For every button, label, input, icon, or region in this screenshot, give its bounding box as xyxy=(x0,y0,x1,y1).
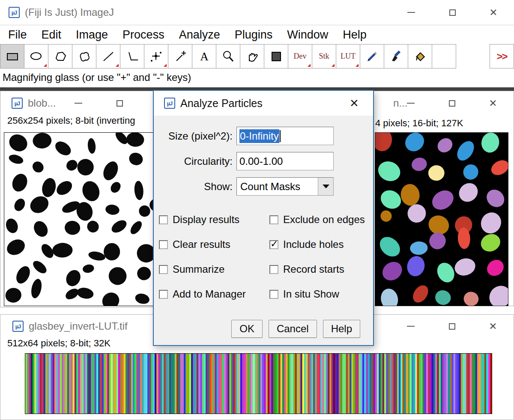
help-button[interactable]: Help xyxy=(323,320,360,338)
tool-bar: A Dev Stk LUT xyxy=(0,44,514,69)
pencil-tool[interactable] xyxy=(360,44,384,69)
maximize-button[interactable] xyxy=(432,0,473,24)
cancel-button[interactable]: Cancel xyxy=(269,320,317,338)
angle-icon xyxy=(125,49,140,64)
menu-analyze[interactable]: Analyze xyxy=(172,25,227,44)
show-row: Show: Count Masks xyxy=(159,177,366,196)
maximize-button[interactable] xyxy=(99,91,140,115)
option-summarize: Summarize xyxy=(159,263,269,275)
checkbox-record-starts[interactable] xyxy=(269,265,278,274)
show-dropdown-value: Count Masks xyxy=(237,178,318,195)
masks-image-info: 4 pixels; 16-bit; 127K xyxy=(375,118,463,129)
menu-process[interactable]: Process xyxy=(115,25,172,44)
more-tools-label: >> xyxy=(496,51,507,63)
checkbox-add-to-manager[interactable] xyxy=(159,290,168,299)
ok-button[interactable]: OK xyxy=(231,320,263,338)
main-window-controls xyxy=(391,0,514,24)
checkbox-exclude-on-edges[interactable] xyxy=(269,215,278,224)
dialog-close-icon[interactable] xyxy=(346,95,363,112)
menu-image[interactable]: Image xyxy=(69,25,115,44)
close-button[interactable] xyxy=(472,314,514,338)
blobs-window-title: blob... xyxy=(28,97,56,109)
color-picker-tool[interactable] xyxy=(264,44,288,69)
close-button[interactable] xyxy=(473,0,514,24)
chevron-down-icon xyxy=(323,185,329,188)
minimize-button[interactable] xyxy=(58,91,99,115)
hand-tool[interactable] xyxy=(240,44,264,69)
polygon-icon xyxy=(53,49,68,64)
checkbox-in-situ-show[interactable] xyxy=(269,290,278,299)
wand-tool[interactable] xyxy=(168,44,192,69)
checkbox-summarize[interactable] xyxy=(159,265,168,274)
imagej-logo-icon xyxy=(12,321,24,332)
option-in-situ-show: In situ Show xyxy=(269,288,366,300)
size-label: Size (pixel^2): xyxy=(159,130,233,142)
polygon-tool[interactable] xyxy=(48,44,72,69)
option-exclude-on-edges: Exclude on edges xyxy=(269,214,366,226)
minimize-button[interactable] xyxy=(390,91,431,115)
minimize-button[interactable] xyxy=(390,314,431,338)
line-tool[interactable] xyxy=(96,44,120,69)
oval-tool[interactable] xyxy=(24,44,48,69)
status-bar: Magnifying glass (or use "+" and "-" key… xyxy=(0,69,514,86)
dev-menu-tool[interactable]: Dev xyxy=(288,44,312,69)
menu-window[interactable]: Window xyxy=(280,25,335,44)
rectangle-tool[interactable] xyxy=(0,44,24,69)
tool-menu-indicator xyxy=(308,64,311,67)
lut-image-canvas[interactable] xyxy=(25,353,492,414)
imagej-logo-icon xyxy=(12,98,23,109)
stk-menu-tool[interactable]: Stk xyxy=(312,44,336,69)
maximize-button[interactable] xyxy=(431,91,472,115)
checkbox-clear-results[interactable] xyxy=(159,240,168,249)
point-tool[interactable] xyxy=(144,44,168,69)
dialog-title: Analyze Particles xyxy=(180,97,263,110)
angle-tool[interactable] xyxy=(120,44,144,69)
dropdown-arrow-button[interactable] xyxy=(318,178,333,195)
minimize-button[interactable] xyxy=(391,0,432,24)
more-tools-button[interactable]: >> xyxy=(490,44,514,69)
brush-tool[interactable] xyxy=(384,44,408,69)
dialog-titlebar: Analyze Particles xyxy=(154,91,373,116)
stk-label: Stk xyxy=(319,52,329,61)
lut-menu-tool[interactable]: LUT xyxy=(336,44,360,69)
rectangle-icon xyxy=(5,49,20,64)
circularity-input[interactable]: 0.00-1.00 xyxy=(236,152,334,170)
dev-label: Dev xyxy=(294,52,307,61)
color-swatch-icon xyxy=(269,49,284,64)
menu-file[interactable]: File xyxy=(1,25,34,44)
close-button[interactable] xyxy=(472,91,514,115)
option-label: In situ Show xyxy=(283,288,339,300)
checkmark-icon xyxy=(270,238,278,250)
circularity-row: Circularity: 0.00-1.00 xyxy=(159,152,366,170)
hand-icon xyxy=(245,49,260,64)
flood-fill-tool[interactable] xyxy=(408,44,432,69)
freehand-tool[interactable] xyxy=(72,44,96,69)
option-add-to-manager: Add to Manager xyxy=(159,288,269,300)
line-icon xyxy=(101,49,116,64)
show-dropdown[interactable]: Count Masks xyxy=(236,177,334,196)
imagej-main-window: (Fiji Is Just) ImageJ File Edit Image Pr… xyxy=(0,0,514,87)
show-label: Show: xyxy=(159,181,233,193)
menu-edit[interactable]: Edit xyxy=(34,25,69,44)
checkbox-include-holes[interactable] xyxy=(269,240,278,249)
imagej-logo-icon xyxy=(164,98,175,109)
option-record-starts: Record starts xyxy=(269,263,366,275)
dialog-body: Size (pixel^2): 0-Infinity Circularity: … xyxy=(154,116,373,338)
size-input[interactable]: 0-Infinity xyxy=(236,127,334,145)
menu-help[interactable]: Help xyxy=(335,25,374,44)
menu-plugins[interactable]: Plugins xyxy=(227,25,280,44)
zoom-tool[interactable] xyxy=(216,44,240,69)
masks-image-canvas[interactable] xyxy=(375,132,508,306)
option-label: Record starts xyxy=(283,263,344,275)
paint-bucket-icon xyxy=(413,49,427,64)
text-tool[interactable]: A xyxy=(192,44,216,69)
text-caret xyxy=(280,130,281,142)
main-titlebar: (Fiji Is Just) ImageJ xyxy=(0,0,514,25)
main-window-title: (Fiji Is Just) ImageJ xyxy=(25,6,114,18)
checkbox-display-results[interactable] xyxy=(159,215,168,224)
empty-tool-slot[interactable] xyxy=(432,44,456,69)
text-icon: A xyxy=(197,49,212,64)
tool-menu-indicator xyxy=(164,64,167,67)
option-include-holes: Include holes xyxy=(269,238,366,250)
maximize-button[interactable] xyxy=(431,314,472,338)
